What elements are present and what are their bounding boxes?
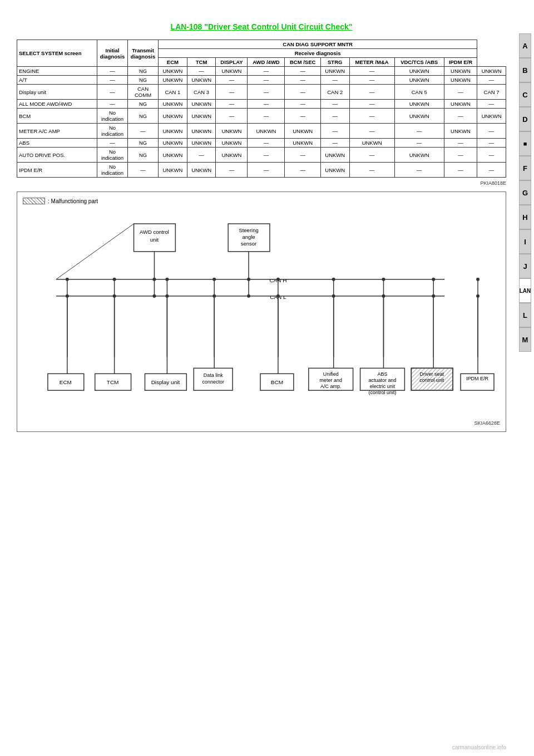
svg-point-33 xyxy=(212,278,216,281)
circuit-diagram: AWD control unit Steering angle sensor C… xyxy=(23,213,500,418)
nav-m[interactable]: M xyxy=(519,327,531,352)
table-row: AUTO DRIVE POS.No indicationNGUNKWN—UNKW… xyxy=(17,148,506,163)
svg-text:Driver seat: Driver seat xyxy=(420,371,444,377)
table-cell: — xyxy=(187,67,216,76)
initial-diag-header: Initial diagnosis xyxy=(97,40,128,67)
nav-e[interactable]: ■ xyxy=(519,131,531,156)
receive-diag-header: Receive diagnosis xyxy=(159,49,477,58)
svg-text:ECM: ECM xyxy=(60,379,72,385)
table-cell: CAN COMM xyxy=(128,85,159,100)
svg-point-45 xyxy=(382,278,385,281)
table-cell: UNKWN xyxy=(159,124,187,139)
table-cell: — xyxy=(97,67,128,76)
nav-j[interactable]: J xyxy=(519,254,531,278)
table-cell: — xyxy=(349,67,394,76)
bcm-header: BCM /SEC xyxy=(285,58,320,67)
table-cell: — xyxy=(285,100,320,109)
watermark: carmanualsonline.info xyxy=(452,744,506,750)
table-cell: — xyxy=(128,124,159,139)
nav-lan[interactable]: LAN xyxy=(519,278,531,303)
svg-point-41 xyxy=(332,278,335,281)
svg-text:unit: unit xyxy=(150,237,159,243)
nav-c[interactable]: C xyxy=(519,82,531,107)
nav-f[interactable]: F xyxy=(519,156,531,180)
table-cell: CAN 1 xyxy=(159,85,187,100)
svg-text:TCM: TCM xyxy=(107,379,119,385)
nav-i[interactable]: I xyxy=(519,229,531,254)
table-cell: UNKWN xyxy=(394,67,444,76)
table-cell: — xyxy=(349,76,394,85)
table-row: ALL MODE AWD/4WD—NGUNKWNUNKWN—————UNKWNU… xyxy=(17,100,506,109)
svg-text:AWD control: AWD control xyxy=(140,229,169,235)
table-cell: — xyxy=(349,124,394,139)
table-row: A/T—NGUNKWNUNKWN—————UNKWNUNKWN— xyxy=(17,76,506,85)
svg-text:actuator and: actuator and xyxy=(369,377,397,383)
table-cell: — xyxy=(349,85,394,100)
svg-point-29 xyxy=(165,278,169,281)
table-cell: UNKWN xyxy=(285,139,320,148)
nav-d[interactable]: D xyxy=(519,107,531,131)
svg-point-37 xyxy=(276,278,280,281)
nav-sidebar: A B C D ■ F G H I J LAN L M xyxy=(519,33,531,352)
svg-line-83 xyxy=(56,224,134,279)
table-cell: UNKWN xyxy=(159,76,187,85)
table-cell: — xyxy=(216,76,248,85)
table-cell: No indication xyxy=(97,124,128,139)
table-cell: — xyxy=(248,67,285,76)
table-cell: — xyxy=(349,109,394,124)
svg-text:connector: connector xyxy=(202,379,224,385)
svg-text:A/C amp.: A/C amp. xyxy=(320,384,341,389)
table-cell: UNKWN xyxy=(187,100,216,109)
skia-reference: SKIA6628E xyxy=(23,420,500,426)
table-cell: IPDM E/R xyxy=(17,163,97,178)
nav-b[interactable]: B xyxy=(519,58,531,82)
diagram-legend: : Malfunctioning part xyxy=(23,198,500,204)
table-cell: — xyxy=(444,163,477,178)
nav-g[interactable]: G xyxy=(519,180,531,205)
table-cell: — xyxy=(477,100,506,109)
nav-a[interactable]: A xyxy=(519,33,531,58)
table-cell: — xyxy=(285,76,320,85)
svg-text:IPDM E/R: IPDM E/R xyxy=(466,376,488,381)
nav-l[interactable]: L xyxy=(519,303,531,327)
table-cell: — xyxy=(97,100,128,109)
table-cell: UNKWN xyxy=(444,100,477,109)
nav-h[interactable]: H xyxy=(519,205,531,229)
table-cell: UNKWN xyxy=(187,76,216,85)
svg-text:ABS: ABS xyxy=(378,371,388,377)
table-cell: No indication xyxy=(97,109,128,124)
transmit-diag-header: Transmit diagnosis xyxy=(128,40,159,67)
meter-header: METER /M&A xyxy=(349,58,394,67)
table-cell: — xyxy=(216,100,248,109)
select-system-header: SELECT SYSTEM screen xyxy=(17,40,97,67)
table-cell: NG xyxy=(128,67,159,76)
diagram-container: : Malfunctioning part AWD control unit S… xyxy=(17,192,506,432)
ecm-header: ECM xyxy=(159,58,187,67)
table-cell: CAN 2 xyxy=(320,85,349,100)
table-cell: — xyxy=(97,139,128,148)
table-cell: UNKWN xyxy=(216,148,248,163)
table-cell: — xyxy=(320,139,349,148)
table-cell: UNKWN xyxy=(159,163,187,178)
table-cell: UNKWN xyxy=(477,109,506,124)
table-cell: — xyxy=(285,163,320,178)
table-cell: — xyxy=(285,109,320,124)
tcm-header: TCM xyxy=(187,58,216,67)
hatch-pattern-icon xyxy=(23,198,45,204)
table-cell: NG xyxy=(128,139,159,148)
table-cell: — xyxy=(187,148,216,163)
table-cell: — xyxy=(216,163,248,178)
display-header: DISPLAY xyxy=(216,58,248,67)
table-cell: UNKWN xyxy=(444,76,477,85)
svg-text:control unit: control unit xyxy=(419,377,444,383)
table-cell: METER A/C AMP xyxy=(17,124,97,139)
table-cell: — xyxy=(285,67,320,76)
table-cell: — xyxy=(394,139,444,148)
table-cell: — xyxy=(349,100,394,109)
table-cell: — xyxy=(216,85,248,100)
table-cell: UNKWN xyxy=(187,109,216,124)
table-cell: UNKWN xyxy=(320,163,349,178)
table-cell: ALL MODE AWD/4WD xyxy=(17,100,97,109)
table-cell: No indication xyxy=(97,148,128,163)
table-cell: ABS xyxy=(17,139,97,148)
